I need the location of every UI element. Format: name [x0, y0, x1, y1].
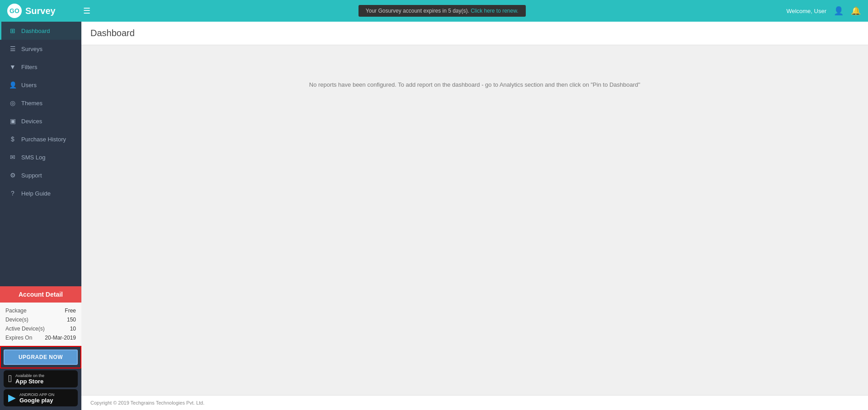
account-row-package: Package Free: [5, 306, 76, 315]
main-layout: ⊞ Dashboard ☰ Surveys ▼ Filters 👤 Users …: [0, 22, 868, 410]
account-row-expires-on: Expires On 20-Mar-2019: [5, 333, 76, 342]
sidebar-item-themes-label: Themes: [21, 100, 42, 107]
account-row-devices: Device(s) 150: [5, 315, 76, 324]
sidebar-item-sms-log[interactable]: ✉ SMS Log: [0, 148, 81, 166]
user-icon[interactable]: 👤: [834, 6, 844, 16]
sidebar-item-users[interactable]: 👤 Users: [0, 76, 81, 94]
sidebar-item-help-guide-label: Help Guide: [21, 190, 51, 197]
app-store-ios-main: App Store: [15, 378, 44, 385]
sidebar-nav: ⊞ Dashboard ☰ Surveys ▼ Filters 👤 Users …: [0, 22, 81, 286]
devices-icon: ▣: [9, 117, 17, 125]
header-center: Your Gosurvey account expires in 5 day(s…: [98, 5, 786, 17]
sidebar-item-purchase-history[interactable]: $ Purchase History: [0, 130, 81, 148]
dashboard-icon: ⊞: [9, 27, 17, 34]
sidebar-item-dashboard-label: Dashboard: [21, 28, 50, 34]
sidebar-item-help-guide[interactable]: ? Help Guide: [0, 184, 81, 202]
app-store-android-text: ANDROID APP ON Google play: [19, 392, 54, 404]
sidebar-item-users-label: Users: [21, 82, 37, 89]
header-right: Welcome, User 👤 🔔: [786, 6, 861, 16]
content-area: No reports have been configured. To add …: [81, 45, 868, 395]
devices-label: Device(s): [5, 317, 28, 323]
app-store-android-sub: ANDROID APP ON: [19, 392, 54, 397]
themes-icon: ◎: [9, 99, 17, 107]
account-detail-header: Account Detail: [0, 286, 81, 303]
account-detail-section: Account Detail Package Free Device(s) 15…: [0, 286, 81, 410]
page-title: Dashboard: [90, 28, 135, 38]
apple-icon: : [8, 373, 12, 385]
sidebar-item-surveys-label: Surveys: [21, 46, 42, 52]
package-value: Free: [65, 308, 76, 314]
devices-value: 150: [67, 317, 76, 323]
sidebar-item-dashboard[interactable]: ⊞ Dashboard: [0, 22, 81, 40]
expiry-banner: Your Gosurvey account expires in 5 day(s…: [359, 5, 526, 17]
expires-on-label: Expires On: [5, 335, 32, 341]
app-store-android-button[interactable]: ▶ ANDROID APP ON Google play: [4, 389, 78, 406]
footer-text: Copyright © 2019 Techgrains Technologies…: [90, 400, 204, 405]
logo-area: GO Survey: [7, 4, 80, 18]
footer: Copyright © 2019 Techgrains Technologies…: [81, 395, 868, 410]
sidebar-item-filters[interactable]: ▼ Filters: [0, 58, 81, 76]
main-content: Dashboard No reports have been configure…: [81, 22, 868, 410]
help-guide-icon: ?: [9, 190, 17, 197]
sms-log-icon: ✉: [9, 154, 17, 161]
active-devices-value: 10: [70, 326, 76, 332]
logo-text: Survey: [25, 6, 56, 16]
svg-marker-1: [80, 354, 81, 361]
filters-icon: ▼: [9, 63, 17, 70]
expires-on-value: 20-Mar-2019: [45, 335, 76, 341]
sidebar-item-devices[interactable]: ▣ Devices: [0, 112, 81, 130]
notification-icon[interactable]: 🔔: [851, 6, 861, 16]
no-reports-message: No reports have been configured. To add …: [309, 81, 640, 88]
sidebar-item-support[interactable]: ⚙ Support: [0, 166, 81, 184]
sidebar-item-support-label: Support: [21, 172, 42, 179]
sidebar-item-sms-log-label: SMS Log: [21, 154, 45, 161]
page-title-bar: Dashboard: [81, 22, 868, 45]
app-store-android-main: Google play: [19, 397, 54, 404]
hamburger-button[interactable]: ☰: [80, 4, 94, 18]
red-arrow-annotation: [80, 347, 81, 367]
package-label: Package: [5, 308, 27, 314]
sidebar: ⊞ Dashboard ☰ Surveys ▼ Filters 👤 Users …: [0, 22, 81, 410]
sidebar-item-themes[interactable]: ◎ Themes: [0, 94, 81, 112]
upgrade-now-button[interactable]: UPGRADE NOW: [4, 349, 78, 365]
google-play-icon: ▶: [8, 392, 16, 404]
app-store-ios-button[interactable]:  Available on the App Store: [4, 370, 78, 387]
expiry-message: Your Gosurvey account expires in 5 day(s…: [366, 8, 469, 14]
app-store-ios-text: Available on the App Store: [15, 373, 44, 385]
active-devices-label: Active Device(s): [5, 326, 45, 332]
support-icon: ⚙: [9, 172, 17, 179]
upgrade-annotation-wrapper: UPGRADE NOW: [0, 346, 81, 368]
welcome-text: Welcome, User: [786, 8, 826, 14]
expiry-link[interactable]: Click here to renew.: [471, 8, 518, 14]
sidebar-item-devices-label: Devices: [21, 118, 42, 125]
users-icon: 👤: [9, 81, 17, 89]
top-header: GO Survey ☰ Your Gosurvey account expire…: [0, 0, 868, 22]
account-detail-body: Package Free Device(s) 150 Active Device…: [0, 303, 81, 346]
surveys-icon: ☰: [9, 45, 17, 52]
purchase-history-icon: $: [9, 135, 17, 143]
sidebar-item-surveys[interactable]: ☰ Surveys: [0, 40, 81, 58]
app-store-ios-sub: Available on the: [15, 373, 44, 378]
sidebar-item-filters-label: Filters: [21, 64, 37, 70]
logo-icon: GO: [7, 4, 22, 18]
account-row-active-devices: Active Device(s) 10: [5, 324, 76, 333]
sidebar-item-purchase-history-label: Purchase History: [21, 136, 66, 143]
